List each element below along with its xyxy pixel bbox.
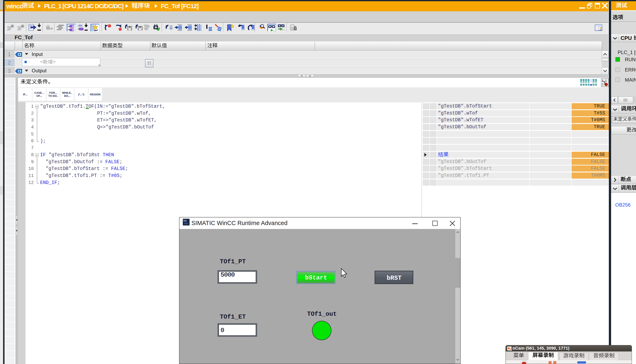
- svg-text:Vin: Vin: [183, 219, 187, 222]
- svg-text:RA: RA: [184, 222, 188, 225]
